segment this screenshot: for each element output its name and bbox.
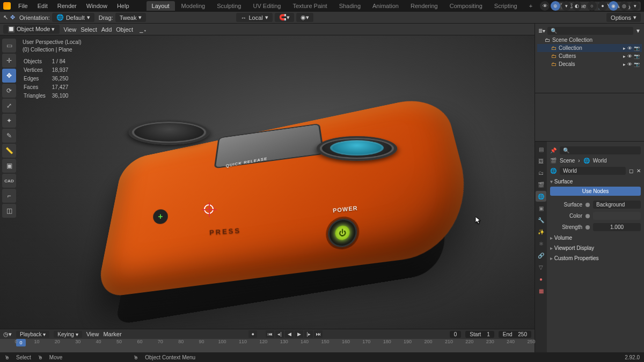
workspace-tab-scripting[interactable]: Scripting bbox=[489, 1, 523, 11]
tool-measure[interactable]: 📏 bbox=[2, 144, 16, 158]
cursor-tool-icon[interactable]: ↖ bbox=[3, 14, 8, 21]
orientation-dropdown[interactable]: 🌐Default▾ bbox=[52, 13, 94, 22]
outliner-filter-icon[interactable]: ▼ bbox=[635, 28, 641, 34]
tool-move[interactable]: ✥ bbox=[2, 69, 16, 83]
prop-tab-texture[interactable]: ▦ bbox=[536, 285, 546, 296]
new-world-icon[interactable]: ◻ bbox=[629, 168, 633, 174]
tool-cursor[interactable]: ✛ bbox=[2, 54, 16, 68]
breadcrumb-scene[interactable]: Scene bbox=[560, 158, 575, 164]
section-custom-properties[interactable]: Custom Properties bbox=[550, 253, 641, 263]
menu-file[interactable]: File bbox=[14, 1, 32, 11]
menu-help[interactable]: Help bbox=[113, 1, 134, 11]
gizmo-visibility-icon[interactable]: 👁 bbox=[540, 1, 550, 11]
outliner-item-collection[interactable]: 🗀 Collection ▸👁📷 bbox=[537, 44, 642, 52]
pin-icon[interactable]: 📌 bbox=[550, 147, 557, 153]
viewport-menu-view[interactable]: View bbox=[64, 26, 77, 33]
jump-start-button[interactable]: ⏮ bbox=[266, 330, 274, 338]
shading-rendered-icon[interactable]: ◎ bbox=[619, 1, 629, 11]
frame-end-field[interactable]: End 250 bbox=[499, 331, 531, 338]
xray-toggle-icon[interactable]: ◐ bbox=[572, 1, 582, 11]
restrict-select-icon[interactable]: ▸ bbox=[623, 46, 626, 51]
breadcrumb-world[interactable]: World bbox=[593, 158, 607, 164]
autokey-toggle[interactable]: ● bbox=[248, 330, 257, 338]
options-dropdown[interactable]: Options▾ bbox=[606, 13, 641, 22]
move-tool-icon[interactable]: ✥ bbox=[10, 14, 15, 21]
keyframe-next-button[interactable]: |▸ bbox=[304, 330, 313, 338]
snap-toggle[interactable]: 🧲▾ bbox=[275, 13, 294, 22]
workspace-tab-texpaint[interactable]: Texture Paint bbox=[287, 1, 332, 11]
tool-scale[interactable]: ⤢ bbox=[2, 99, 16, 113]
workspace-tab-compositing[interactable]: Compositing bbox=[444, 1, 488, 11]
outliner-scene-collection[interactable]: 🗀 Scene Collection bbox=[537, 36, 642, 44]
workspace-tab-sculpting[interactable]: Sculpting bbox=[211, 1, 246, 11]
timeline-marker-menu[interactable]: Marker bbox=[103, 331, 121, 337]
surface-type-dropdown[interactable]: Background bbox=[593, 201, 641, 209]
workspace-tab-layout[interactable]: Layout bbox=[147, 1, 175, 11]
outliner-editor-icon[interactable]: ≣▾ bbox=[538, 28, 545, 34]
outliner-item-decals[interactable]: 🗀 Decals ▸👁📷 bbox=[537, 60, 642, 68]
outliner-item-cutters[interactable]: 🗀 Cutters ▸👁📷 bbox=[537, 52, 642, 60]
prop-tab-scene[interactable]: 🎬 bbox=[536, 179, 546, 190]
workspace-tab-animation[interactable]: Animation bbox=[367, 1, 404, 11]
restrict-viewport-icon[interactable]: 👁 bbox=[627, 46, 632, 51]
prop-tab-output[interactable]: 🖼 bbox=[536, 156, 546, 166]
viewport-menu-add[interactable]: Add bbox=[101, 26, 112, 33]
viewport-menu-object[interactable]: Object bbox=[116, 26, 133, 33]
unlink-world-icon[interactable]: ✕ bbox=[636, 168, 641, 174]
mode-dropdown[interactable]: 🔲 Object Mode ▾ bbox=[3, 25, 60, 34]
prop-tab-material[interactable]: ● bbox=[536, 274, 546, 284]
workspace-tab-rendering[interactable]: Rendering bbox=[405, 1, 443, 11]
prop-tab-object[interactable]: ▣ bbox=[536, 203, 546, 213]
section-volume[interactable]: Volume bbox=[550, 233, 641, 243]
timeline-view-menu[interactable]: View bbox=[86, 331, 99, 337]
prop-tab-constraints[interactable]: 🔗 bbox=[536, 250, 546, 261]
tool-annotate[interactable]: ✎ bbox=[2, 129, 16, 143]
use-nodes-button[interactable]: Use Nodes bbox=[550, 187, 641, 196]
overlay-dropdown-icon[interactable]: ▾ bbox=[561, 1, 571, 11]
prop-tab-physics[interactable]: ⚛ bbox=[536, 238, 546, 249]
timeline-editor-icon[interactable]: ◷▾ bbox=[3, 331, 12, 338]
keyframe-prev-button[interactable]: ◂| bbox=[275, 330, 284, 338]
play-reverse-button[interactable]: ◀ bbox=[285, 330, 294, 338]
outliner-search-input[interactable]: 🔍 bbox=[547, 27, 633, 35]
section-viewport-display[interactable]: Viewport Display bbox=[550, 243, 641, 253]
shading-wireframe-icon[interactable]: ○ bbox=[587, 1, 597, 11]
tool-rotate[interactable]: ⟳ bbox=[2, 84, 16, 98]
prop-tab-render[interactable]: ▤ bbox=[536, 144, 546, 154]
current-frame-field[interactable]: 0 bbox=[450, 331, 462, 338]
playhead[interactable]: 0 bbox=[16, 339, 26, 346]
timeline-track[interactable]: 0 01020304050607080901001101201301401501… bbox=[0, 339, 535, 353]
tool-extra1[interactable]: ⌐ bbox=[2, 189, 16, 203]
prop-tab-particles[interactable]: ✨ bbox=[536, 226, 546, 237]
workspace-tab-uv[interactable]: UV Editing bbox=[247, 1, 286, 11]
menu-window[interactable]: Window bbox=[82, 1, 112, 11]
workspace-tab-shading[interactable]: Shading bbox=[334, 1, 366, 11]
prop-tab-world[interactable]: 🌐 bbox=[536, 191, 546, 202]
timeline-playback-menu[interactable]: Playback ▾ bbox=[16, 331, 49, 338]
tool-cad[interactable]: CAD bbox=[2, 174, 16, 188]
tool-extra2[interactable]: ◫ bbox=[2, 204, 16, 218]
play-button[interactable]: ▶ bbox=[295, 330, 303, 338]
color-swatch[interactable] bbox=[593, 212, 641, 220]
menu-edit[interactable]: Edit bbox=[33, 1, 52, 11]
timeline-keying-menu[interactable]: Keying ▾ bbox=[54, 331, 82, 338]
frame-start-field[interactable]: Start 1 bbox=[465, 331, 494, 338]
prop-tab-data[interactable]: ▽ bbox=[536, 262, 546, 272]
strength-value-field[interactable]: 1.000 bbox=[593, 223, 641, 231]
section-surface[interactable]: Surface bbox=[550, 176, 641, 187]
properties-search-input[interactable]: 🔍 bbox=[560, 146, 641, 154]
menu-render[interactable]: Render bbox=[53, 1, 81, 11]
prop-tab-modifiers[interactable]: 🔧 bbox=[536, 215, 546, 225]
world-datablock-dropdown[interactable]: World bbox=[560, 167, 626, 175]
tool-addcube[interactable]: ▣ bbox=[2, 159, 16, 173]
tool-transform[interactable]: ✦ bbox=[2, 114, 16, 128]
prop-tab-viewlayer[interactable]: 🗂 bbox=[536, 167, 546, 178]
viewport-menu-select[interactable]: Select bbox=[80, 26, 97, 33]
shading-material-icon[interactable]: ◉ bbox=[609, 1, 618, 11]
jump-end-button[interactable]: ⏭ bbox=[314, 330, 323, 338]
shading-solid-icon[interactable]: ● bbox=[598, 1, 608, 11]
workspace-tab-add[interactable]: + bbox=[524, 1, 538, 11]
tool-select-box[interactable]: ▭ bbox=[2, 39, 16, 53]
pivot-icon[interactable]: ⎯▾ bbox=[140, 26, 147, 33]
restrict-render-icon[interactable]: 📷 bbox=[634, 46, 640, 51]
